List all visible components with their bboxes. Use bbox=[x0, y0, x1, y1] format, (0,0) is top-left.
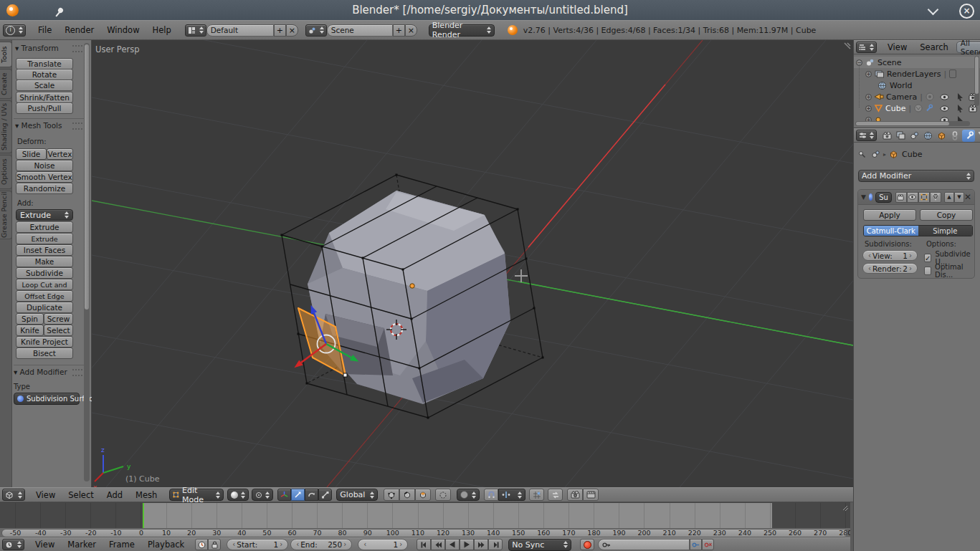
timeline-marker-menu[interactable]: Marker bbox=[61, 540, 103, 550]
shrink-fatten-button[interactable]: Shrink/Fatten bbox=[16, 92, 73, 103]
current-frame-playhead[interactable] bbox=[143, 503, 144, 528]
panel-grip-icon[interactable] bbox=[72, 369, 82, 376]
preview-range-button[interactable] bbox=[195, 539, 208, 550]
timeline-view-menu[interactable]: View bbox=[29, 540, 61, 550]
copy-result-button[interactable] bbox=[548, 489, 563, 501]
toolshelf-scrollbar-thumb[interactable] bbox=[85, 44, 89, 310]
make-edge-face-button[interactable]: Make Edge/Face bbox=[16, 256, 73, 267]
next-keyframe-button[interactable] bbox=[474, 539, 488, 550]
keying-set-field[interactable] bbox=[598, 539, 690, 550]
delete-scene-button[interactable]: × bbox=[405, 24, 417, 37]
menu-window[interactable]: Window bbox=[100, 25, 146, 35]
add-modifier-dropdown[interactable]: Add Modifier bbox=[858, 170, 974, 182]
manipulator-translate-button[interactable] bbox=[291, 489, 305, 501]
selectable-toggle[interactable] bbox=[957, 105, 964, 112]
transform-orientation-select[interactable]: Global bbox=[336, 489, 378, 501]
insert-keyframe-button[interactable] bbox=[690, 539, 702, 550]
pivot-point-select[interactable] bbox=[252, 489, 273, 501]
menu-file[interactable]: File bbox=[32, 25, 58, 35]
knife-button[interactable]: Knife bbox=[16, 325, 44, 336]
timeline-playback-menu[interactable]: Playback bbox=[141, 540, 191, 550]
tab-object-data[interactable] bbox=[976, 130, 980, 142]
scale-button[interactable]: Scale bbox=[16, 80, 73, 91]
inset-faces-button[interactable]: Inset Faces bbox=[16, 244, 73, 256]
tab-shading-uvs[interactable]: Shading / UVs bbox=[0, 100, 12, 153]
add-layout-button[interactable]: + bbox=[274, 24, 286, 37]
current-frame-field[interactable]: ‹ 1› bbox=[358, 539, 408, 550]
offset-edge-slide-button[interactable]: Offset Edge Slide bbox=[16, 290, 73, 302]
editor-type-button-info[interactable]: i bbox=[3, 24, 26, 37]
outliner-hscrollbar-thumb[interactable] bbox=[856, 122, 949, 125]
subdivisions-view-stepper[interactable]: ‹View: 1› bbox=[862, 250, 918, 261]
noise-button[interactable]: Noise bbox=[16, 160, 73, 171]
outliner-row-world[interactable]: World bbox=[854, 80, 980, 91]
mesh-menu[interactable]: Mesh bbox=[129, 490, 163, 500]
checkbox-unchecked[interactable] bbox=[924, 267, 931, 275]
outliner-view-menu[interactable]: View bbox=[881, 42, 913, 52]
outliner-item-label[interactable]: Camera bbox=[886, 92, 917, 102]
modifier-editmode-toggle[interactable] bbox=[918, 192, 930, 203]
timeline-resize-grip[interactable] bbox=[842, 504, 849, 512]
outliner-row-renderlayers[interactable]: + RenderLayers | bbox=[854, 68, 980, 80]
editor-type-button-3dview[interactable] bbox=[2, 489, 25, 501]
outliner-item-label[interactable]: RenderLayers bbox=[887, 70, 941, 79]
modifier-delete-button[interactable]: ✕ bbox=[964, 192, 971, 202]
checkbox-checked[interactable]: ✓ bbox=[924, 254, 931, 262]
outliner-item-label[interactable]: World bbox=[890, 81, 913, 90]
manipulator-rotate-button[interactable] bbox=[305, 489, 318, 501]
tab-constraints[interactable] bbox=[948, 130, 961, 142]
outliner-search-menu[interactable]: Search bbox=[913, 42, 955, 52]
knife-project-button[interactable]: Knife Project bbox=[16, 336, 73, 348]
proportional-edit-select[interactable] bbox=[457, 489, 480, 501]
rotate-button[interactable]: Rotate bbox=[16, 69, 73, 80]
tab-render-layers[interactable] bbox=[894, 130, 907, 142]
selected-vertex[interactable] bbox=[343, 373, 347, 377]
tab-grease-pencil[interactable]: Grease Pencil bbox=[0, 191, 12, 239]
menu-render[interactable]: Render bbox=[58, 25, 100, 35]
scene-name-field[interactable]: Scene bbox=[327, 24, 393, 37]
expand-icon[interactable]: + bbox=[865, 105, 872, 112]
opengl-render-anim-button[interactable] bbox=[583, 489, 599, 501]
panel-grip-icon[interactable] bbox=[72, 45, 82, 52]
outliner-vscrollbar-track[interactable] bbox=[974, 56, 979, 106]
jump-to-start-button[interactable] bbox=[417, 539, 431, 550]
toolshelf-scrollbar-track[interactable] bbox=[84, 43, 90, 481]
outliner-display-mode-select[interactable]: All Scenes bbox=[956, 42, 980, 53]
extrude-individual-button[interactable]: Extrude Individual bbox=[16, 233, 73, 244]
tab-scene[interactable] bbox=[908, 130, 920, 142]
lock-button[interactable] bbox=[208, 539, 221, 550]
screw-button[interactable]: Screw bbox=[44, 313, 73, 325]
timeline-hscroller[interactable]: -50-40-30-20-100102030405060708090100110… bbox=[0, 528, 850, 537]
modifier-render-toggle[interactable] bbox=[895, 192, 907, 203]
snap-target-button[interactable] bbox=[529, 489, 544, 501]
tab-world[interactable] bbox=[921, 130, 934, 142]
prev-keyframe-button[interactable] bbox=[431, 539, 445, 550]
hide-toggle[interactable] bbox=[940, 105, 949, 112]
expand-icon[interactable]: + bbox=[865, 71, 872, 77]
timeline-frames-area[interactable] bbox=[0, 503, 850, 528]
delete-keyframe-button[interactable] bbox=[702, 539, 714, 550]
select-button[interactable]: Select bbox=[44, 325, 73, 336]
tab-create[interactable]: Create bbox=[0, 69, 12, 99]
outliner-row-cube[interactable]: + Cube | bbox=[854, 102, 980, 114]
copy-button[interactable]: Copy bbox=[920, 209, 973, 221]
subdivisions-render-stepper[interactable]: ‹Render: 2› bbox=[862, 263, 918, 274]
add-menu[interactable]: Add bbox=[100, 490, 129, 500]
editor-type-button-outliner[interactable] bbox=[856, 42, 877, 53]
modifier-type-dropdown[interactable]: Subdivision Surface bbox=[14, 393, 80, 405]
object-breadcrumb-icon[interactable] bbox=[871, 150, 880, 158]
modifier-move-up-button[interactable]: ▲ bbox=[944, 192, 954, 203]
extrude-region-button[interactable]: Extrude Region bbox=[16, 221, 73, 233]
extrude-dropdown[interactable]: Extrude bbox=[16, 209, 73, 221]
pin-icon[interactable] bbox=[857, 150, 867, 159]
outliner-hscrollbar-track[interactable] bbox=[855, 121, 970, 126]
outliner-vscrollbar-thumb[interactable] bbox=[975, 57, 979, 94]
modifier-name-field[interactable]: Su bbox=[875, 192, 892, 203]
end-frame-field[interactable]: ‹End: 250› bbox=[290, 539, 352, 550]
apply-button[interactable]: Apply bbox=[863, 209, 916, 221]
vertex-slide-button[interactable]: Vertex bbox=[47, 148, 73, 160]
expand-icon[interactable]: + bbox=[865, 94, 872, 100]
limit-selection-visible-button[interactable] bbox=[435, 489, 451, 501]
expand-triangle-icon[interactable]: ▼ bbox=[861, 193, 866, 201]
viewport-shading-select[interactable] bbox=[227, 489, 249, 501]
